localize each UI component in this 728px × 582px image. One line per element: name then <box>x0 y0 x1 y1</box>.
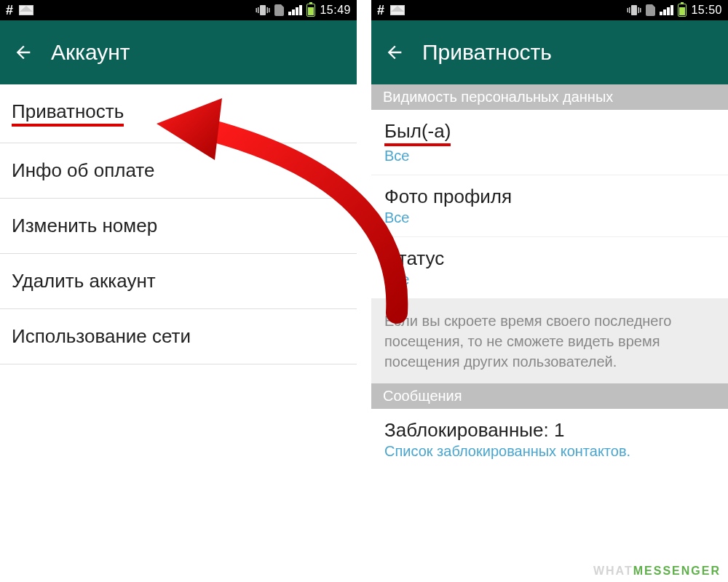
privacy-note: Если вы скроете время своего последнего … <box>371 299 728 383</box>
signal-icon <box>660 5 673 15</box>
svg-rect-0 <box>260 5 266 15</box>
item-change-number[interactable]: Изменить номер <box>0 199 357 254</box>
back-icon[interactable] <box>13 42 33 63</box>
item-payment-info[interactable]: Инфо об оплате <box>0 143 357 199</box>
battery-icon <box>678 4 687 17</box>
pref-sub-label: Все <box>384 148 715 164</box>
item-privacy[interactable]: Приватность <box>0 84 357 143</box>
pref-profile-photo[interactable]: Фото профиля Все <box>371 175 728 237</box>
svg-rect-1 <box>258 7 259 13</box>
vibrate-icon <box>256 4 270 17</box>
svg-rect-2 <box>256 8 258 12</box>
privacy-content: Видимость персональных данных Был(-а) Вс… <box>371 84 728 582</box>
svg-rect-9 <box>640 8 641 12</box>
app-bar: Приватность <box>371 20 728 84</box>
status-time: 15:49 <box>320 4 351 17</box>
left-screenshot: # 15:49 Аккаунт Приватность <box>0 0 357 582</box>
watermark: WHATMESSENGER <box>593 565 721 578</box>
settings-list: Приватность Инфо об оплате Изменить номе… <box>0 84 357 582</box>
status-bar: # 15:49 <box>0 0 357 20</box>
mail-icon <box>390 5 405 15</box>
sim-icon <box>646 4 655 16</box>
pref-status[interactable]: Статус Все <box>371 237 728 299</box>
pref-sub-label: Список заблокированных контактов. <box>384 443 715 460</box>
hash-icon: # <box>377 3 384 18</box>
pref-title-label: Заблокированные: 1 <box>384 419 715 442</box>
svg-rect-6 <box>629 7 630 13</box>
item-label: Приватность <box>12 100 124 127</box>
back-icon[interactable] <box>384 42 405 63</box>
item-network-usage[interactable]: Использование сети <box>0 309 357 364</box>
item-delete-account[interactable]: Удалить аккаунт <box>0 254 357 309</box>
mail-icon <box>19 5 33 15</box>
pref-title-label: Был(-а) <box>384 120 451 146</box>
status-time: 15:50 <box>691 4 722 17</box>
pref-sub-label: Все <box>384 271 715 288</box>
pref-title-label: Фото профиля <box>384 186 715 208</box>
vibrate-icon <box>627 4 641 17</box>
sim-icon <box>274 4 284 16</box>
page-title: Аккаунт <box>51 40 130 65</box>
svg-rect-8 <box>638 7 640 13</box>
pref-last-seen[interactable]: Был(-а) Все <box>371 110 728 175</box>
pref-title-label: Статус <box>384 247 715 270</box>
svg-rect-3 <box>267 7 269 13</box>
svg-rect-5 <box>631 5 637 15</box>
app-bar: Аккаунт <box>0 20 357 84</box>
pref-blocked[interactable]: Заблокированные: 1 Список заблокированны… <box>371 409 728 470</box>
right-screenshot: # 15:50 Приватность Видимость персональн… <box>371 0 728 582</box>
pref-sub-label: Все <box>384 210 715 226</box>
status-bar: # 15:50 <box>371 0 728 20</box>
section-messages: Сообщения <box>371 383 728 409</box>
page-title: Приватность <box>422 40 552 65</box>
hash-icon: # <box>6 3 13 18</box>
svg-rect-4 <box>269 8 270 12</box>
signal-icon <box>288 5 302 15</box>
section-personal-data: Видимость персональных данных <box>371 84 728 110</box>
battery-icon <box>306 4 315 17</box>
svg-rect-7 <box>628 8 629 12</box>
